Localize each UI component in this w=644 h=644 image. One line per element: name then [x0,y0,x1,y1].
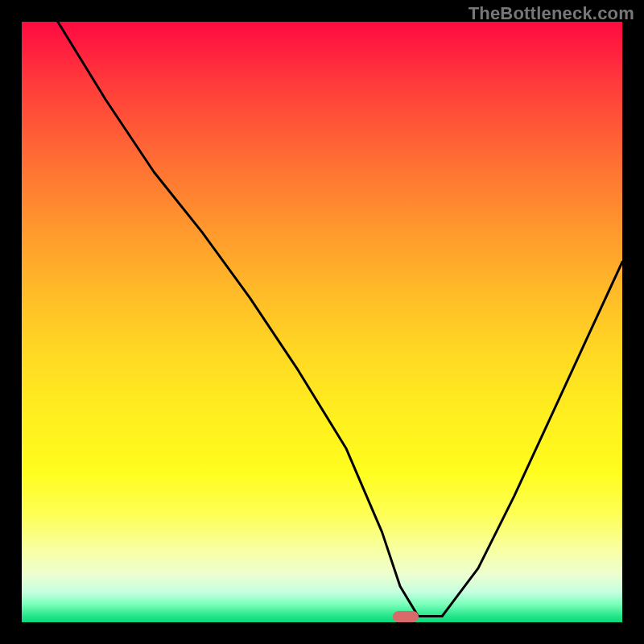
optimal-marker [393,611,419,622]
chart-frame: TheBottleneck.com [0,0,644,644]
bottleneck-curve [22,22,622,622]
plot-area [22,22,622,622]
curve-path [58,22,622,617]
watermark-text: TheBottleneck.com [469,3,634,24]
